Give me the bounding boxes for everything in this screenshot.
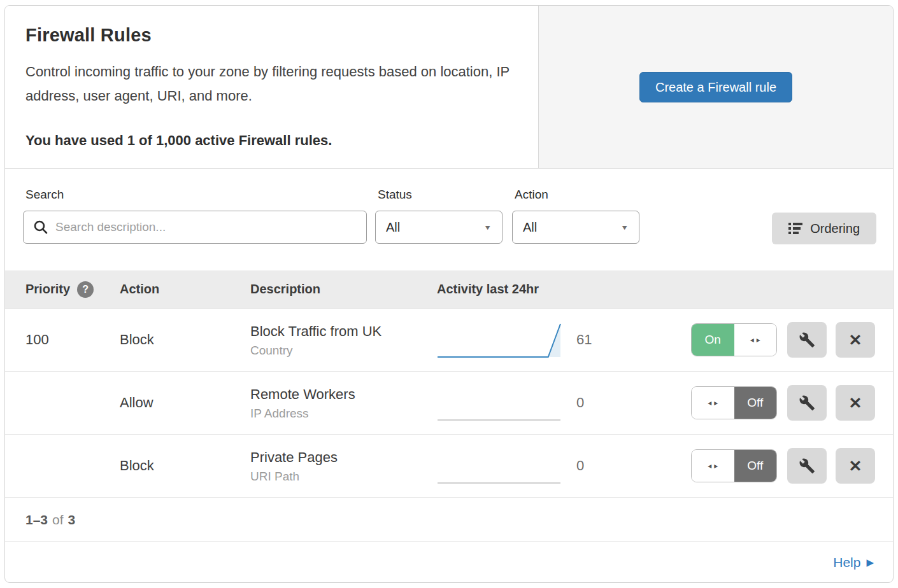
arrow-right-icon: ▶ — [866, 557, 874, 568]
activity-count: 0 — [576, 395, 584, 410]
table-row: Block Private Pages URI Path 0 Off ◂▸ ✕ — [5, 435, 893, 498]
page-description: Control incoming traffic to your zone by… — [25, 60, 517, 108]
delete-rule-button[interactable]: ✕ — [836, 322, 875, 358]
pagination-bar: 1–3 of 3 — [5, 498, 893, 542]
pagination-total: 3 — [68, 512, 76, 528]
rule-description: Private Pages — [250, 448, 431, 467]
ordering-button[interactable]: Ordering — [772, 213, 876, 244]
rule-type: URI Path — [250, 470, 431, 484]
search-box — [23, 211, 367, 244]
pagination-of-label: of — [52, 512, 64, 528]
delete-rule-button[interactable]: ✕ — [836, 385, 875, 421]
rule-description: Block Traffic from UK — [250, 322, 431, 341]
pagination-range: 1–3 — [25, 512, 48, 528]
usage-note: You have used 1 of 1,000 active Firewall… — [25, 132, 518, 149]
firewall-rules-panel: Firewall Rules Control incoming traffic … — [4, 5, 894, 583]
wrench-icon — [799, 332, 815, 348]
wrench-icon — [799, 395, 815, 411]
help-link[interactable]: Help ▶ — [833, 555, 874, 570]
status-select[interactable]: All ▼ — [375, 211, 502, 244]
close-icon: ✕ — [849, 394, 862, 412]
search-filter-group: Search — [23, 188, 367, 244]
table-header-row: Priority ? Action Description Activity l… — [5, 270, 893, 309]
ordering-button-label: Ordering — [810, 221, 860, 236]
activity-sparkline — [437, 384, 561, 421]
chevron-down-icon: ▼ — [620, 223, 629, 231]
toggle-state-label: Off — [734, 387, 777, 419]
activity-sparkline — [437, 321, 561, 358]
rule-action: Block — [120, 458, 250, 474]
close-icon: ✕ — [849, 457, 862, 475]
toggle-drag-handle-icon: ◂▸ — [692, 387, 734, 419]
toggle-state-label: Off — [734, 450, 777, 482]
column-header-priority: Priority — [25, 282, 70, 297]
column-header-action: Action — [120, 282, 250, 297]
activity-count: 0 — [576, 458, 584, 473]
edit-rule-button[interactable] — [787, 385, 827, 421]
status-selected-value: All — [386, 220, 400, 235]
edit-rule-button[interactable] — [787, 322, 827, 358]
table-row: Allow Remote Workers IP Address 0 Off ◂▸… — [5, 372, 893, 435]
activity-count: 61 — [576, 332, 592, 347]
search-label: Search — [25, 188, 367, 202]
rule-enabled-toggle[interactable]: On ◂▸ — [691, 323, 777, 356]
activity-sparkline — [437, 447, 561, 484]
toggle-state-label: On — [692, 324, 734, 356]
close-icon: ✕ — [849, 331, 862, 349]
toggle-drag-handle-icon: ◂▸ — [692, 450, 734, 482]
rule-action: Allow — [120, 395, 250, 411]
status-label: Status — [378, 188, 502, 202]
filter-bar: Search Status All ▼ Action All ▼ — [5, 169, 893, 270]
rule-priority: 100 — [5, 332, 120, 348]
rule-type: Country — [250, 344, 431, 358]
table-row: 100 Block Block Traffic from UK Country … — [5, 309, 893, 372]
page-title: Firewall Rules — [25, 25, 518, 46]
rule-action: Block — [120, 332, 250, 348]
rule-type: IP Address — [250, 407, 431, 421]
header-text-block: Firewall Rules Control incoming traffic … — [5, 6, 538, 168]
action-select[interactable]: All ▼ — [512, 211, 639, 244]
delete-rule-button[interactable]: ✕ — [836, 448, 875, 484]
chevron-down-icon: ▼ — [483, 223, 492, 231]
action-filter-group: Action All ▼ — [512, 188, 639, 244]
rule-description: Remote Workers — [250, 385, 431, 404]
action-label: Action — [515, 188, 639, 202]
column-header-description: Description — [250, 282, 431, 297]
create-firewall-rule-button[interactable]: Create a Firewall rule — [639, 72, 792, 102]
help-bar: Help ▶ — [5, 542, 893, 582]
rule-enabled-toggle[interactable]: Off ◂▸ — [691, 386, 777, 419]
priority-help-icon[interactable]: ? — [77, 281, 94, 298]
header-action-panel: Create a Firewall rule — [538, 6, 893, 168]
action-selected-value: All — [523, 220, 537, 235]
column-header-activity: Activity last 24hr — [431, 282, 561, 297]
header-section: Firewall Rules Control incoming traffic … — [5, 6, 893, 169]
status-filter-group: Status All ▼ — [375, 188, 502, 244]
search-input[interactable] — [23, 211, 367, 244]
ordering-list-icon — [788, 223, 802, 234]
rule-enabled-toggle[interactable]: Off ◂▸ — [691, 449, 777, 482]
help-link-label: Help — [833, 555, 860, 570]
search-icon — [33, 220, 48, 235]
toggle-drag-handle-icon: ◂▸ — [734, 324, 777, 356]
edit-rule-button[interactable] — [787, 448, 827, 484]
wrench-icon — [799, 458, 815, 474]
